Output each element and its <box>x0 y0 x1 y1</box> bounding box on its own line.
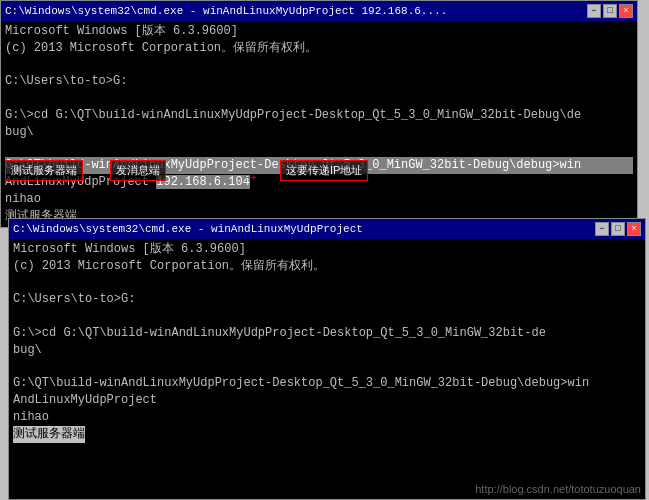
cmd-body-2: Microsoft Windows [版本 6.3.9600] (c) 2013… <box>9 239 645 499</box>
cmd-line-2-0: Microsoft Windows [版本 6.3.9600] <box>13 241 641 258</box>
close-button-1[interactable]: × <box>619 4 633 18</box>
cmd-line-2-10: nihao <box>13 409 641 426</box>
cmd-line-1-3: C:\Users\to-to>G: <box>5 73 633 90</box>
cmd-line-2-9: AndLinuxMyUdpProject <box>13 392 641 409</box>
cmd-line-2-5: G:\>cd G:\QT\build-winAndLinuxMyUdpProje… <box>13 325 641 342</box>
cmd-line-1-6: bug\ <box>5 124 633 141</box>
cmd-window-1: C:\Windows\system32\cmd.exe - winAndLinu… <box>0 0 638 228</box>
cmd-line-1-1: (c) 2013 Microsoft Corporation。保留所有权利。 <box>5 40 633 57</box>
cmd-line-2-1: (c) 2013 Microsoft Corporation。保留所有权利。 <box>13 258 641 275</box>
cmd-line-1-7 <box>5 141 633 158</box>
cmd-line-2-8: G:\QT\build-winAndLinuxMyUdpProject-Desk… <box>13 375 641 392</box>
cmd-line-1-0: Microsoft Windows [版本 6.3.9600] <box>5 23 633 40</box>
window1-buttons[interactable]: − □ × <box>587 4 633 18</box>
cmd-window-2: C:\Windows\system32\cmd.exe - winAndLinu… <box>8 218 646 500</box>
minimize-button-1[interactable]: − <box>587 4 601 18</box>
restore-button-2[interactable]: □ <box>611 222 625 236</box>
window1-title: C:\Windows\system32\cmd.exe - winAndLinu… <box>5 5 447 17</box>
cmd-line-2-11: 测试服务器端 <box>13 426 85 443</box>
window2-title: C:\Windows\system32\cmd.exe - winAndLinu… <box>13 223 363 235</box>
title-bar-1: C:\Windows\system32\cmd.exe - winAndLinu… <box>1 1 637 21</box>
ip-highlight: 192.168.6.104 <box>156 175 250 189</box>
title-bar-2: C:\Windows\system32\cmd.exe - winAndLinu… <box>9 219 645 239</box>
cmd-line-1-9: AndLinuxMyUdpProject 192.168.6.104 <box>5 174 633 191</box>
cmd-line-2-4 <box>13 308 641 325</box>
cmd-line-1-10: nihao <box>5 191 633 208</box>
window2-buttons[interactable]: − □ × <box>595 222 641 236</box>
cmd-line-2-7 <box>13 359 641 376</box>
minimize-button-2[interactable]: − <box>595 222 609 236</box>
cmd-body-1: Microsoft Windows [版本 6.3.9600] (c) 2013… <box>1 21 637 227</box>
cmd-line-2-3: C:\Users\to-to>G: <box>13 291 641 308</box>
close-button-2[interactable]: × <box>627 222 641 236</box>
cmd-line-1-2 <box>5 57 633 74</box>
cmd-line-1-5: G:\>cd G:\QT\build-winAndLinuxMyUdpProje… <box>5 107 633 124</box>
cmd-line-2-2 <box>13 275 641 292</box>
cmd-line-1-8: G:\QT\build-winAndLinuxMyUdpProject-Desk… <box>5 157 633 174</box>
watermark: http://blog.csdn.net/tototuzuoquan <box>475 483 641 495</box>
restore-button-1[interactable]: □ <box>603 4 617 18</box>
cmd-line-1-4 <box>5 90 633 107</box>
cmd-line-2-6: bug\ <box>13 342 641 359</box>
